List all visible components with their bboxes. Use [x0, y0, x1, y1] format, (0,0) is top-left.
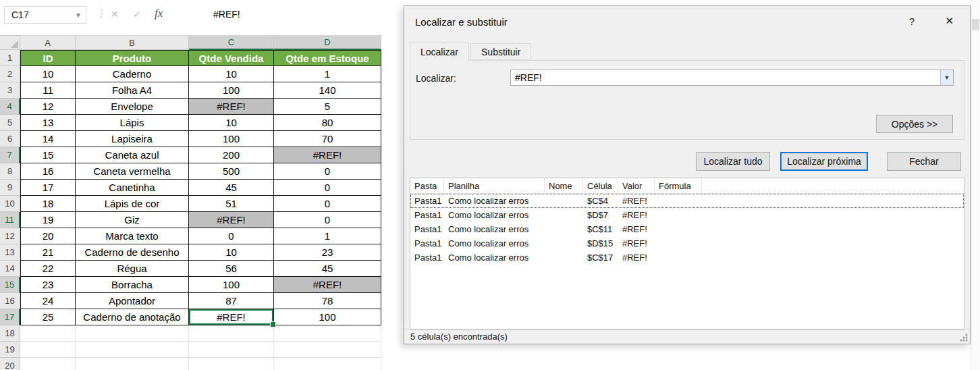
cell-A16[interactable]: 24: [20, 293, 76, 309]
row-header-1[interactable]: 1: [0, 50, 20, 66]
cell-A8[interactable]: 16: [20, 163, 76, 180]
row-header-10[interactable]: 10: [0, 196, 20, 212]
tab-substituir[interactable]: Substituir: [470, 43, 531, 60]
result-row[interactable]: Pasta1Como localizar erros$D$15#REF!: [410, 236, 964, 250]
cell-C12[interactable]: 0: [189, 228, 274, 244]
cell-A20[interactable]: [20, 358, 76, 370]
cell-D7[interactable]: #REF!: [274, 147, 381, 163]
cell-D16[interactable]: 78: [274, 293, 381, 309]
cell-B14[interactable]: Régua: [76, 261, 189, 277]
cell-D5[interactable]: 80: [274, 115, 381, 131]
cell-C17[interactable]: #REF!: [189, 309, 274, 325]
result-row[interactable]: Pasta1Como localizar erros$C$4#REF!: [410, 194, 964, 208]
cell-B9[interactable]: Canetinha: [76, 180, 189, 196]
row-header-18[interactable]: 18: [0, 325, 20, 342]
cell-A12[interactable]: 20: [20, 228, 76, 244]
cell-C7[interactable]: 200: [189, 147, 274, 163]
cell-D1[interactable]: Qtde em Estoque: [274, 50, 381, 66]
cell-D14[interactable]: 45: [274, 261, 381, 277]
cell-B19[interactable]: [76, 342, 189, 358]
row-header-2[interactable]: 2: [0, 66, 20, 82]
column-header-C[interactable]: C: [189, 35, 274, 50]
cell-B8[interactable]: Caneta vermelha: [76, 163, 189, 180]
row-header-17[interactable]: 17: [0, 309, 20, 325]
result-row[interactable]: Pasta1Como localizar erros$C$11#REF!: [410, 222, 964, 236]
cell-A2[interactable]: 10: [20, 66, 76, 82]
row-header-19[interactable]: 19: [0, 342, 20, 358]
row-header-3[interactable]: 3: [0, 82, 20, 99]
help-icon[interactable]: ?: [909, 16, 915, 27]
cell-D2[interactable]: 1: [274, 66, 381, 82]
find-next-button[interactable]: Localizar próxima: [780, 152, 868, 171]
cell-D17[interactable]: 100: [274, 309, 381, 325]
cell-D12[interactable]: 1: [274, 228, 381, 244]
cell-D4[interactable]: 5: [274, 99, 381, 115]
column-header-A[interactable]: A: [20, 35, 76, 50]
name-box[interactable]: C17 ▼: [4, 6, 86, 24]
cell-A6[interactable]: 14: [20, 131, 76, 147]
results-column-header-4[interactable]: Valor: [618, 178, 655, 193]
tab-localizar[interactable]: Localizar: [410, 43, 469, 61]
cell-C18[interactable]: [189, 325, 274, 342]
column-header-D[interactable]: D: [274, 35, 381, 50]
row-header-8[interactable]: 8: [0, 163, 20, 180]
cell-B16[interactable]: Apontador: [76, 293, 189, 309]
cell-A5[interactable]: 13: [20, 115, 76, 131]
row-header-5[interactable]: 5: [0, 115, 20, 131]
cell-C1[interactable]: Qtde Vendida: [189, 50, 274, 66]
cell-B20[interactable]: [76, 358, 189, 370]
cell-C3[interactable]: 100: [189, 82, 274, 99]
name-box-dropdown-icon[interactable]: ▼: [75, 11, 82, 19]
cell-C11[interactable]: #REF!: [189, 212, 274, 228]
close-button[interactable]: Fechar: [887, 152, 961, 171]
cell-C6[interactable]: 100: [189, 131, 274, 147]
resize-grip-icon[interactable]: [959, 333, 969, 342]
cell-C5[interactable]: 10: [189, 115, 274, 131]
cell-D11[interactable]: 0: [274, 212, 381, 228]
row-header-9[interactable]: 9: [0, 180, 20, 196]
results-column-header-2[interactable]: Nome: [545, 178, 583, 193]
cell-B10[interactable]: Lápis de cor: [76, 196, 189, 212]
options-button[interactable]: Opções >>: [876, 115, 953, 133]
find-input[interactable]: #REF! ▼: [510, 70, 954, 86]
cell-A19[interactable]: [20, 342, 76, 358]
cell-C19[interactable]: [189, 342, 274, 358]
column-header-B[interactable]: B: [76, 35, 189, 50]
cell-D10[interactable]: 0: [274, 196, 381, 212]
results-column-header-0[interactable]: Pasta: [410, 178, 444, 193]
results-column-header-1[interactable]: Planilha: [444, 178, 545, 193]
cell-A13[interactable]: 21: [20, 244, 76, 261]
formula-input[interactable]: #REF!: [213, 9, 240, 20]
cell-B7[interactable]: Caneta azul: [76, 147, 189, 163]
cell-A7[interactable]: 15: [20, 147, 76, 163]
cell-A1[interactable]: ID: [20, 50, 76, 66]
cell-C2[interactable]: 10: [189, 66, 274, 82]
cell-C16[interactable]: 87: [189, 293, 274, 309]
cell-D15[interactable]: #REF!: [274, 277, 381, 293]
cell-B4[interactable]: Envelope: [76, 99, 189, 115]
cell-A18[interactable]: [20, 325, 76, 342]
cell-A14[interactable]: 22: [20, 261, 76, 277]
find-all-button[interactable]: Localizar tudo: [696, 152, 770, 171]
cell-A10[interactable]: 18: [20, 196, 76, 212]
cell-B5[interactable]: Lápis: [76, 115, 189, 131]
cell-D9[interactable]: 0: [274, 180, 381, 196]
insert-function-icon[interactable]: fx: [155, 7, 163, 20]
cell-B2[interactable]: Caderno: [76, 66, 189, 82]
enter-icon[interactable]: ✓: [133, 9, 141, 20]
cell-C4[interactable]: #REF!: [189, 99, 274, 115]
combo-dropdown-icon[interactable]: ▼: [940, 70, 953, 85]
result-row[interactable]: Pasta1Como localizar erros$C$17#REF!: [410, 250, 964, 265]
cell-B6[interactable]: Lapiseira: [76, 131, 189, 147]
row-header-11[interactable]: 11: [0, 212, 20, 228]
cell-B13[interactable]: Caderno de desenho: [76, 244, 189, 261]
cell-A17[interactable]: 25: [20, 309, 76, 325]
cell-D13[interactable]: 23: [274, 244, 381, 261]
cell-A11[interactable]: 19: [20, 212, 76, 228]
cell-C9[interactable]: 45: [189, 180, 274, 196]
row-header-20[interactable]: 20: [0, 358, 20, 370]
cell-A9[interactable]: 17: [20, 180, 76, 196]
row-header-7[interactable]: 7: [0, 147, 20, 163]
cell-B12[interactable]: Marca texto: [76, 228, 189, 244]
cell-C13[interactable]: 10: [189, 244, 274, 261]
